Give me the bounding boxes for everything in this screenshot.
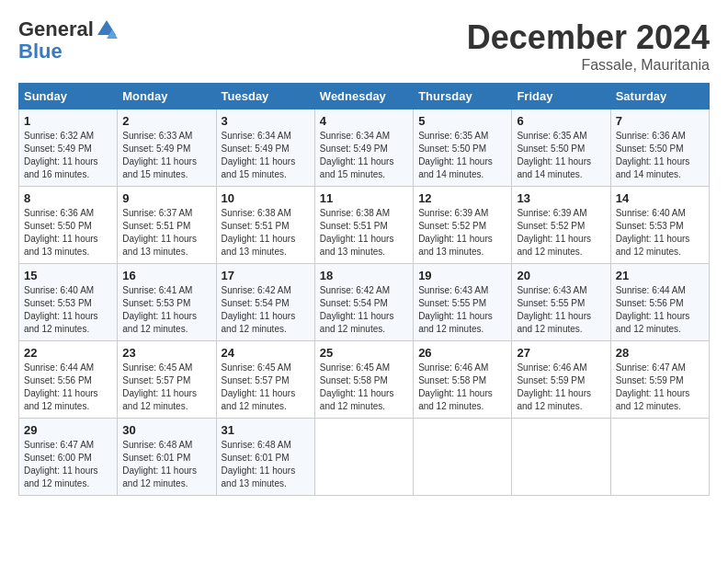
day-number: 2: [122, 114, 210, 128]
day-info: Sunrise: 6:47 AM Sunset: 5:59 PM Dayligh…: [616, 362, 704, 413]
day-number: 31: [222, 423, 310, 437]
page-header: General Blue December 2024 Fassale, Maur…: [18, 18, 710, 74]
calendar-day-cell: 9Sunrise: 6:37 AM Sunset: 5:51 PM Daylig…: [118, 187, 216, 264]
day-number: 16: [122, 269, 210, 282]
day-number: 19: [418, 269, 506, 282]
month-title: December 2024: [467, 18, 710, 57]
day-info: Sunrise: 6:47 AM Sunset: 6:00 PM Dayligh…: [24, 439, 112, 490]
day-info: Sunrise: 6:46 AM Sunset: 5:58 PM Dayligh…: [418, 362, 506, 413]
day-info: Sunrise: 6:45 AM Sunset: 5:58 PM Dayligh…: [320, 362, 408, 413]
calendar-day-cell: 13Sunrise: 6:39 AM Sunset: 5:52 PM Dayli…: [512, 187, 610, 264]
weekday-header-row: SundayMondayTuesdayWednesdayThursdayFrid…: [19, 84, 710, 109]
calendar-week-row: 8Sunrise: 6:36 AM Sunset: 5:50 PM Daylig…: [19, 187, 710, 264]
day-info: Sunrise: 6:38 AM Sunset: 5:51 PM Dayligh…: [222, 207, 310, 259]
day-info: Sunrise: 6:40 AM Sunset: 5:53 PM Dayligh…: [24, 284, 112, 336]
logo-blue-text: Blue: [18, 40, 118, 63]
calendar-day-cell: 20Sunrise: 6:43 AM Sunset: 5:55 PM Dayli…: [512, 264, 610, 341]
day-number: 13: [517, 191, 605, 205]
calendar-day-cell: 7Sunrise: 6:36 AM Sunset: 5:50 PM Daylig…: [610, 109, 709, 187]
calendar-day-cell: [610, 419, 709, 496]
day-info: Sunrise: 6:33 AM Sunset: 5:49 PM Dayligh…: [122, 130, 210, 181]
weekday-header-cell: Friday: [512, 84, 610, 109]
calendar-day-cell: 31Sunrise: 6:48 AM Sunset: 6:01 PM Dayli…: [216, 419, 314, 496]
calendar-body: 1Sunrise: 6:32 AM Sunset: 5:49 PM Daylig…: [19, 109, 710, 496]
day-info: Sunrise: 6:44 AM Sunset: 5:56 PM Dayligh…: [616, 284, 704, 336]
day-info: Sunrise: 6:39 AM Sunset: 5:52 PM Dayligh…: [517, 207, 605, 259]
day-info: Sunrise: 6:46 AM Sunset: 5:59 PM Dayligh…: [517, 362, 605, 413]
day-number: 10: [222, 191, 310, 205]
weekday-header-cell: Wednesday: [314, 84, 413, 109]
day-info: Sunrise: 6:48 AM Sunset: 6:01 PM Dayligh…: [222, 439, 310, 490]
calendar-day-cell: [414, 419, 512, 496]
day-number: 3: [222, 114, 310, 128]
day-number: 7: [616, 114, 704, 128]
day-info: Sunrise: 6:40 AM Sunset: 5:53 PM Dayligh…: [616, 207, 704, 259]
day-info: Sunrise: 6:44 AM Sunset: 5:56 PM Dayligh…: [24, 362, 112, 413]
day-info: Sunrise: 6:42 AM Sunset: 5:54 PM Dayligh…: [320, 284, 408, 336]
day-number: 21: [616, 269, 704, 282]
calendar-day-cell: 19Sunrise: 6:43 AM Sunset: 5:55 PM Dayli…: [414, 264, 512, 341]
day-number: 11: [320, 191, 408, 205]
day-info: Sunrise: 6:45 AM Sunset: 5:57 PM Dayligh…: [222, 362, 310, 413]
calendar-day-cell: 16Sunrise: 6:41 AM Sunset: 5:53 PM Dayli…: [118, 264, 216, 341]
calendar-day-cell: 11Sunrise: 6:38 AM Sunset: 5:51 PM Dayli…: [314, 187, 413, 264]
day-info: Sunrise: 6:45 AM Sunset: 5:57 PM Dayligh…: [122, 362, 210, 413]
day-info: Sunrise: 6:36 AM Sunset: 5:50 PM Dayligh…: [24, 207, 112, 259]
calendar-day-cell: [512, 419, 610, 496]
day-number: 15: [24, 269, 112, 282]
weekday-header-cell: Sunday: [19, 84, 118, 109]
day-info: Sunrise: 6:35 AM Sunset: 5:50 PM Dayligh…: [517, 130, 605, 181]
calendar-day-cell: 8Sunrise: 6:36 AM Sunset: 5:50 PM Daylig…: [19, 187, 118, 264]
logo-icon: [96, 18, 118, 40]
day-number: 18: [320, 269, 408, 282]
day-number: 5: [418, 114, 506, 128]
calendar-week-row: 29Sunrise: 6:47 AM Sunset: 6:00 PM Dayli…: [19, 419, 710, 496]
day-number: 28: [616, 346, 704, 360]
calendar-day-cell: 24Sunrise: 6:45 AM Sunset: 5:57 PM Dayli…: [216, 341, 314, 419]
day-info: Sunrise: 6:48 AM Sunset: 6:01 PM Dayligh…: [122, 439, 210, 490]
day-number: 6: [517, 114, 605, 128]
title-block: December 2024 Fassale, Mauritania: [467, 18, 710, 74]
calendar-week-row: 15Sunrise: 6:40 AM Sunset: 5:53 PM Dayli…: [19, 264, 710, 341]
day-number: 29: [24, 423, 112, 437]
calendar-day-cell: 15Sunrise: 6:40 AM Sunset: 5:53 PM Dayli…: [19, 264, 118, 341]
calendar-day-cell: 22Sunrise: 6:44 AM Sunset: 5:56 PM Dayli…: [19, 341, 118, 419]
calendar-day-cell: 21Sunrise: 6:44 AM Sunset: 5:56 PM Dayli…: [610, 264, 709, 341]
day-number: 22: [24, 346, 112, 360]
calendar-week-row: 22Sunrise: 6:44 AM Sunset: 5:56 PM Dayli…: [19, 341, 710, 419]
day-number: 4: [320, 114, 408, 128]
day-number: 26: [418, 346, 506, 360]
day-info: Sunrise: 6:37 AM Sunset: 5:51 PM Dayligh…: [122, 207, 210, 259]
day-number: 20: [517, 269, 605, 282]
calendar-day-cell: 23Sunrise: 6:45 AM Sunset: 5:57 PM Dayli…: [118, 341, 216, 419]
day-info: Sunrise: 6:35 AM Sunset: 5:50 PM Dayligh…: [418, 130, 506, 181]
day-info: Sunrise: 6:41 AM Sunset: 5:53 PM Dayligh…: [122, 284, 210, 336]
calendar-table: SundayMondayTuesdayWednesdayThursdayFrid…: [18, 83, 710, 496]
day-number: 9: [122, 191, 210, 205]
calendar-day-cell: 5Sunrise: 6:35 AM Sunset: 5:50 PM Daylig…: [414, 109, 512, 187]
calendar-day-cell: 2Sunrise: 6:33 AM Sunset: 5:49 PM Daylig…: [118, 109, 216, 187]
day-info: Sunrise: 6:36 AM Sunset: 5:50 PM Dayligh…: [616, 130, 704, 181]
day-info: Sunrise: 6:43 AM Sunset: 5:55 PM Dayligh…: [418, 284, 506, 336]
logo-general-text: General: [18, 18, 94, 40]
calendar-day-cell: 27Sunrise: 6:46 AM Sunset: 5:59 PM Dayli…: [512, 341, 610, 419]
calendar-day-cell: 30Sunrise: 6:48 AM Sunset: 6:01 PM Dayli…: [118, 419, 216, 496]
day-number: 8: [24, 191, 112, 205]
weekday-header-cell: Tuesday: [216, 84, 314, 109]
calendar-day-cell: 25Sunrise: 6:45 AM Sunset: 5:58 PM Dayli…: [314, 341, 413, 419]
day-info: Sunrise: 6:39 AM Sunset: 5:52 PM Dayligh…: [418, 207, 506, 259]
day-info: Sunrise: 6:34 AM Sunset: 5:49 PM Dayligh…: [320, 130, 408, 181]
calendar-day-cell: 6Sunrise: 6:35 AM Sunset: 5:50 PM Daylig…: [512, 109, 610, 187]
weekday-header-cell: Saturday: [610, 84, 709, 109]
calendar-day-cell: 10Sunrise: 6:38 AM Sunset: 5:51 PM Dayli…: [216, 187, 314, 264]
day-number: 24: [222, 346, 310, 360]
calendar-day-cell: 14Sunrise: 6:40 AM Sunset: 5:53 PM Dayli…: [610, 187, 709, 264]
day-info: Sunrise: 6:38 AM Sunset: 5:51 PM Dayligh…: [320, 207, 408, 259]
calendar-day-cell: 3Sunrise: 6:34 AM Sunset: 5:49 PM Daylig…: [216, 109, 314, 187]
calendar-day-cell: 17Sunrise: 6:42 AM Sunset: 5:54 PM Dayli…: [216, 264, 314, 341]
calendar-day-cell: [314, 419, 413, 496]
day-number: 17: [222, 269, 310, 282]
weekday-header-cell: Monday: [118, 84, 216, 109]
location-title: Fassale, Mauritania: [467, 57, 710, 74]
logo: General Blue: [18, 18, 118, 63]
